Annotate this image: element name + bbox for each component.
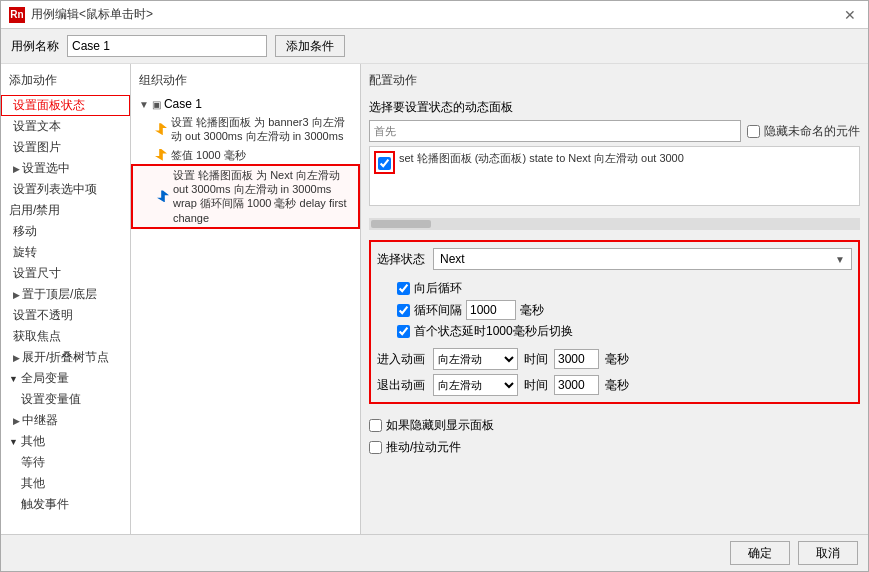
app-icon: Rn bbox=[9, 7, 25, 23]
loop-interval-label: 循环间隔 bbox=[414, 302, 462, 319]
dropdown-arrow-icon: ▼ bbox=[835, 254, 845, 265]
exit-time-label: 时间 bbox=[524, 377, 548, 394]
folder-icon: ▣ bbox=[152, 99, 161, 110]
chevron-right-icon4: ▶ bbox=[13, 416, 20, 426]
hide-unnamed-checkbox[interactable] bbox=[747, 125, 760, 138]
bolt-icon-1 bbox=[155, 123, 167, 135]
action-focus[interactable]: 获取焦点 bbox=[1, 326, 130, 347]
action-trigger-event[interactable]: 触发事件 bbox=[1, 494, 130, 515]
config-section: 选择状态 Next ▼ 向后循环 循环间隔 bbox=[369, 240, 860, 404]
org-action-2[interactable]: 签值 1000 毫秒 bbox=[131, 146, 360, 164]
hide-unnamed-label: 隐藏未命名的元件 bbox=[764, 123, 860, 140]
if-hidden-row: 如果隐藏则显示面板 bbox=[369, 416, 860, 435]
exit-anim-row: 退出动画 向左滑动 向右滑动 向上滑动 向下滑动 时间 毫秒 bbox=[377, 374, 852, 396]
first-state-delay-row: 首个状态延时1000毫秒后切换 bbox=[397, 323, 852, 340]
left-panel: 添加动作 设置面板状态 设置文本 设置图片 ▶ 设置选中 设置列表选中项 启用/… bbox=[1, 64, 131, 534]
enter-anim-label: 进入动画 bbox=[377, 351, 427, 368]
loop-backward-checkbox[interactable] bbox=[397, 282, 410, 295]
dialog-title: 用例编辑<鼠标单击时> bbox=[31, 6, 153, 23]
action-relay[interactable]: ▶ 中继器 bbox=[1, 410, 130, 431]
loop-interval-row: 循环间隔 毫秒 bbox=[397, 300, 852, 320]
case-label: 用例名称 bbox=[11, 38, 59, 55]
bottom-checkboxes: 如果隐藏则显示面板 推动/拉动元件 bbox=[369, 416, 860, 457]
right-panel: 配置动作 选择要设置状态的动态面板 隐藏未命名的元件 bbox=[361, 64, 868, 534]
select-panel-section: 选择要设置状态的动态面板 隐藏未命名的元件 set 轮播图面板 (动态面板) s… bbox=[369, 99, 860, 212]
action-set-list-item[interactable]: 设置列表选中项 bbox=[1, 179, 130, 200]
ok-button[interactable]: 确定 bbox=[730, 541, 790, 565]
push-label: 推动/拉动元件 bbox=[386, 439, 461, 456]
close-button[interactable]: ✕ bbox=[840, 7, 860, 23]
tree-expand-icon: ▼ bbox=[139, 99, 149, 110]
dialog: Rn 用例编辑<鼠标单击时> ✕ 用例名称 添加条件 添加动作 设置面板状态 设… bbox=[0, 0, 869, 572]
panel-state-input[interactable] bbox=[369, 120, 741, 142]
preview-row: set 轮播图面板 (动态面板) state to Next 向左滑动 out … bbox=[374, 151, 855, 174]
preview-checkbox[interactable] bbox=[378, 157, 391, 170]
title-bar-left: Rn 用例编辑<鼠标单击时> bbox=[9, 6, 153, 23]
section-other[interactable]: ▼ 其他 bbox=[1, 431, 130, 452]
preview-checkbox-border bbox=[374, 151, 395, 174]
root-case-label: Case 1 bbox=[164, 97, 202, 111]
action-set-size[interactable]: 设置尺寸 bbox=[1, 263, 130, 284]
exit-anim-select[interactable]: 向左滑动 向右滑动 向上滑动 向下滑动 bbox=[433, 374, 518, 396]
org-action-1[interactable]: 设置 轮播图面板 为 banner3 向左滑动 out 3000ms 向左滑动 … bbox=[131, 113, 360, 146]
select-state-dropdown[interactable]: Next ▼ bbox=[433, 248, 852, 270]
push-checkbox[interactable] bbox=[369, 441, 382, 454]
add-condition-button[interactable]: 添加条件 bbox=[275, 35, 345, 57]
if-hidden-checkbox[interactable] bbox=[369, 419, 382, 432]
action-rotate[interactable]: 旋转 bbox=[1, 242, 130, 263]
push-row: 推动/拉动元件 bbox=[369, 438, 860, 457]
action-set-var[interactable]: 设置变量值 bbox=[1, 389, 130, 410]
org-action-1-text: 设置 轮播图面板 为 banner3 向左滑动 out 3000ms 向左滑动 … bbox=[171, 115, 352, 144]
bolt-icon-2 bbox=[155, 149, 167, 161]
org-action-2-text: 签值 1000 毫秒 bbox=[171, 148, 246, 162]
org-action-3[interactable]: 设置 轮播图面板 为 Next 向左滑动 out 3000ms 向左滑动 in … bbox=[131, 164, 360, 229]
top-bar: 用例名称 添加条件 bbox=[1, 29, 868, 64]
loop-backward-row: 向后循环 bbox=[397, 280, 852, 297]
select-state-label: 选择状态 bbox=[377, 251, 427, 268]
options-area: 向后循环 循环间隔 毫秒 首个状态延时1000毫秒后切换 bbox=[377, 276, 852, 344]
loop-backward-label: 向后循环 bbox=[414, 280, 462, 297]
first-state-delay-checkbox[interactable] bbox=[397, 325, 410, 338]
chevron-right-icon: ▶ bbox=[13, 164, 20, 174]
chevron-right-icon3: ▶ bbox=[13, 353, 20, 363]
chevron-right-icon2: ▶ bbox=[13, 290, 20, 300]
left-panel-title: 添加动作 bbox=[1, 68, 130, 95]
loop-interval-input[interactable] bbox=[466, 300, 516, 320]
main-area: 添加动作 设置面板状态 设置文本 设置图片 ▶ 设置选中 设置列表选中项 启用/… bbox=[1, 64, 868, 534]
select-state-row: 选择状态 Next ▼ bbox=[377, 248, 852, 270]
preview-area: set 轮播图面板 (动态面板) state to Next 向左滑动 out … bbox=[369, 146, 860, 206]
action-other[interactable]: 其他 bbox=[1, 473, 130, 494]
preview-text: set 轮播图面板 (动态面板) state to Next 向左滑动 out … bbox=[399, 151, 684, 166]
if-hidden-label: 如果隐藏则显示面板 bbox=[386, 417, 494, 434]
action-set-opacity[interactable]: 设置不透明 bbox=[1, 305, 130, 326]
bolt-icon-3 bbox=[157, 190, 169, 202]
enter-anim-row: 进入动画 向左滑动 向右滑动 向上滑动 向下滑动 时间 毫秒 bbox=[377, 348, 852, 370]
hide-unnamed-row: 隐藏未命名的元件 bbox=[747, 122, 860, 141]
action-set-text[interactable]: 设置文本 bbox=[1, 116, 130, 137]
enter-time-input[interactable] bbox=[554, 349, 599, 369]
middle-panel-title: 组织动作 bbox=[131, 68, 360, 95]
enter-time-label: 时间 bbox=[524, 351, 548, 368]
section-global-var[interactable]: ▼ 全局变量 bbox=[1, 368, 130, 389]
action-enable-disable[interactable]: 启用/禁用 bbox=[1, 200, 130, 221]
enter-time-unit: 毫秒 bbox=[605, 351, 629, 368]
title-bar: Rn 用例编辑<鼠标单击时> ✕ bbox=[1, 1, 868, 29]
org-root-item[interactable]: ▼ ▣ Case 1 bbox=[131, 95, 360, 113]
horizontal-scrollbar[interactable] bbox=[369, 218, 860, 230]
cancel-button[interactable]: 取消 bbox=[798, 541, 858, 565]
action-move[interactable]: 移动 bbox=[1, 221, 130, 242]
action-set-selected[interactable]: ▶ 设置选中 bbox=[1, 158, 130, 179]
select-panel-label: 选择要设置状态的动态面板 bbox=[369, 99, 860, 116]
exit-time-input[interactable] bbox=[554, 375, 599, 395]
action-wait[interactable]: 等待 bbox=[1, 452, 130, 473]
enter-anim-select[interactable]: 向左滑动 向右滑动 向上滑动 向下滑动 bbox=[433, 348, 518, 370]
action-set-panel-state[interactable]: 设置面板状态 bbox=[1, 95, 130, 116]
exit-anim-label: 退出动画 bbox=[377, 377, 427, 394]
action-set-layer[interactable]: ▶ 置于顶层/底层 bbox=[1, 284, 130, 305]
case-name-input[interactable] bbox=[67, 35, 267, 57]
loop-interval-unit: 毫秒 bbox=[520, 302, 544, 319]
collapse-icon: ▼ bbox=[9, 374, 18, 384]
loop-interval-checkbox[interactable] bbox=[397, 304, 410, 317]
action-expand-tree[interactable]: ▶ 展开/折叠树节点 bbox=[1, 347, 130, 368]
action-set-image[interactable]: 设置图片 bbox=[1, 137, 130, 158]
